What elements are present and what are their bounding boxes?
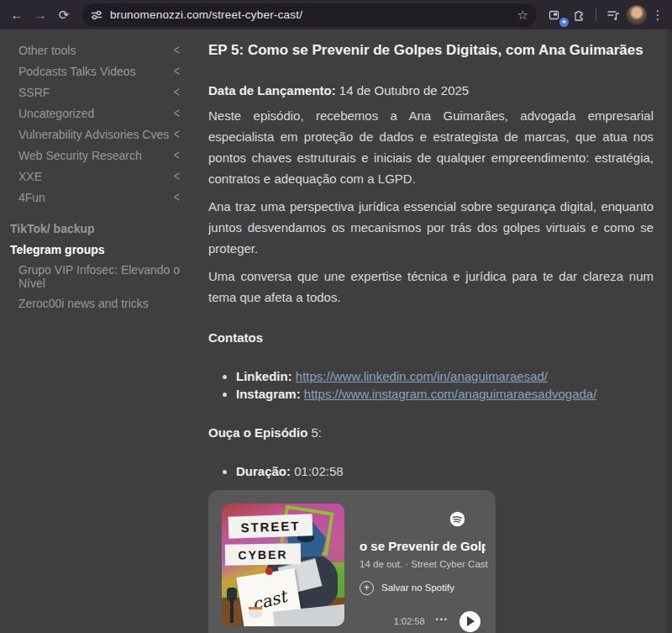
- sidebar-heading-tiktok-backup[interactable]: TikTok/ backup: [0, 218, 202, 239]
- paragraph: Uma conversa que une expertise técnica e…: [208, 266, 654, 308]
- release-date-line: Data de Lançamento: 14 de Outubro de 202…: [208, 83, 654, 98]
- browser-menu-icon[interactable]: ⋮: [650, 8, 665, 23]
- sidebar-item-label: XXE: [18, 170, 42, 183]
- chevron-left-icon: <: [174, 63, 180, 78]
- episode-cover-art[interactable]: STREET CYBER cast: [222, 504, 344, 626]
- paragraph: Neste episódio, recebemos a Ana Guimarãe…: [208, 105, 654, 189]
- list-item: Instagram: https://www.instagram.com/ana…: [236, 386, 654, 404]
- chevron-left-icon: <: [174, 189, 180, 204]
- linkedin-link[interactable]: https://www.linkedin.com/in/anaguimaraes…: [296, 369, 548, 383]
- browser-toolbar: ← → ⟳ brunomenozzi.com/street-cyber-cast…: [0, 0, 672, 29]
- spotify-embed-player: STREET CYBER cast: [208, 490, 496, 633]
- listen-heading-bold: Ouça o Episódio: [208, 425, 307, 440]
- pin-art: [265, 567, 273, 575]
- url-text[interactable]: brunomenozzi.com/street-cyber-cast/: [110, 8, 517, 21]
- duration-list: Duração: 01:02:58: [236, 463, 654, 481]
- paragraph: Ana traz uma perspectiva jurídica essenc…: [208, 196, 654, 259]
- release-date-value: 14 de Outubro de 2025: [336, 83, 469, 98]
- chevron-left-icon: <: [174, 42, 180, 57]
- player-controls: 1:02:58 •••: [394, 611, 480, 632]
- sidebar-item-label: Web Security Research: [18, 149, 142, 162]
- sidebar-item-grupo-vip-infosec[interactable]: Grupo VIP Infosec: Elevando o Nível: [0, 260, 202, 293]
- cyber-label-art: CYBER: [225, 543, 301, 566]
- duration-label: Duração:: [236, 464, 291, 478]
- instagram-link[interactable]: https://www.instagram.com/anaguimaraesad…: [304, 387, 597, 401]
- profile-avatar[interactable]: [627, 5, 647, 25]
- extensions-puzzle-icon[interactable]: [569, 5, 589, 25]
- play-icon: [467, 616, 475, 626]
- sidebar-item-label: Other tools: [18, 44, 76, 57]
- more-options-icon[interactable]: •••: [436, 615, 449, 624]
- sidebar-item-label: Uncategorized: [18, 107, 94, 120]
- sidebar-item-label: Vulnerability Advisories Cves: [18, 128, 169, 141]
- listen-heading: Ouça o Episódio 5:: [208, 425, 654, 440]
- list-item: Linkedin: https://www.linkedin.com/in/an…: [236, 368, 654, 386]
- street-label-art: STREET: [228, 514, 313, 538]
- site-settings-icon[interactable]: [91, 9, 102, 21]
- list-item: Duração: 01:02:58: [236, 463, 654, 481]
- page-viewport: Other tools < Podcasts Talks Videos < SS…: [0, 29, 672, 633]
- sidebar-item-vulnerability-advisories[interactable]: Vulnerability Advisories Cves <: [0, 124, 202, 145]
- duration-value: 01:02:58: [291, 464, 344, 478]
- duration-badge: 1:02:58: [394, 616, 425, 626]
- chevron-left-icon: <: [174, 126, 180, 141]
- reload-icon[interactable]: ⟳: [54, 5, 74, 25]
- sidebar: Other tools < Podcasts Talks Videos < SS…: [0, 29, 202, 633]
- toolbar-separator: [596, 8, 596, 22]
- linkedin-label: Linkedin:: [236, 369, 292, 383]
- cup-art: [249, 607, 262, 618]
- sidebar-item-web-security-research[interactable]: Web Security Research <: [0, 145, 202, 166]
- sidebar-item-ssrf[interactable]: SSRF <: [0, 82, 202, 103]
- sidebar-item-zeroc00i[interactable]: Zeroc00i news and tricks: [0, 293, 202, 314]
- bookmark-star-icon[interactable]: ☆: [517, 8, 528, 23]
- save-on-spotify-button[interactable]: + Salvar no Spotify: [360, 581, 486, 595]
- page-title: EP 5: Como se Prevenir de Golpes Digitai…: [208, 40, 654, 61]
- sidebar-item-xxe[interactable]: XXE <: [0, 166, 202, 187]
- reading-list-icon[interactable]: ★: [545, 5, 565, 25]
- media-controls-icon[interactable]: [603, 5, 623, 25]
- sidebar-item-label: SSRF: [18, 86, 50, 99]
- save-label: Salvar no Spotify: [381, 583, 454, 593]
- sidebar-heading-telegram-groups[interactable]: Telegram groups: [0, 239, 202, 260]
- play-button[interactable]: [459, 611, 480, 632]
- chevron-left-icon: <: [174, 84, 180, 99]
- sidebar-item-podcasts-talks-videos[interactable]: Podcasts Talks Videos <: [0, 61, 202, 82]
- chevron-left-icon: <: [174, 147, 180, 162]
- episode-subtitle: 14 de out. · Street Cyber Cast: [360, 559, 486, 569]
- sidebar-item-label: Podcasts Talks Videos: [18, 65, 136, 78]
- mic-stand-art: [230, 598, 234, 623]
- sidebar-item-label: 4Fun: [18, 191, 45, 204]
- article: EP 5: Como se Prevenir de Golpes Digitai…: [202, 29, 666, 633]
- episode-title[interactable]: o se Prevenir de Golpes D: [360, 539, 486, 553]
- chevron-left-icon: <: [174, 105, 180, 120]
- scrollbar-track[interactable]: [666, 29, 672, 633]
- back-icon[interactable]: ←: [7, 5, 27, 25]
- contacts-list: Linkedin: https://www.linkedin.com/in/an…: [236, 368, 654, 403]
- sidebar-item-4fun[interactable]: 4Fun <: [0, 187, 202, 208]
- forward-icon[interactable]: →: [30, 5, 50, 25]
- browser-window: ← → ⟳ brunomenozzi.com/street-cyber-cast…: [0, 0, 672, 633]
- sidebar-item-uncategorized[interactable]: Uncategorized <: [0, 103, 202, 124]
- bookmark-badge-icon: ★: [559, 18, 569, 27]
- spotify-logo-icon[interactable]: [449, 511, 465, 527]
- instagram-label: Instagram:: [236, 387, 301, 401]
- address-bar[interactable]: brunomenozzi.com/street-cyber-cast/ ☆: [82, 3, 537, 27]
- release-date-label: Data de Lançamento:: [208, 83, 336, 98]
- sidebar-item-other-tools[interactable]: Other tools <: [0, 40, 202, 61]
- player-meta: o se Prevenir de Golpes D 14 de out. · S…: [360, 539, 486, 595]
- plus-circle-icon: +: [360, 581, 374, 595]
- listen-heading-suffix: 5:: [307, 425, 322, 440]
- chevron-left-icon: <: [174, 168, 180, 183]
- contacts-heading: Contatos: [208, 330, 654, 345]
